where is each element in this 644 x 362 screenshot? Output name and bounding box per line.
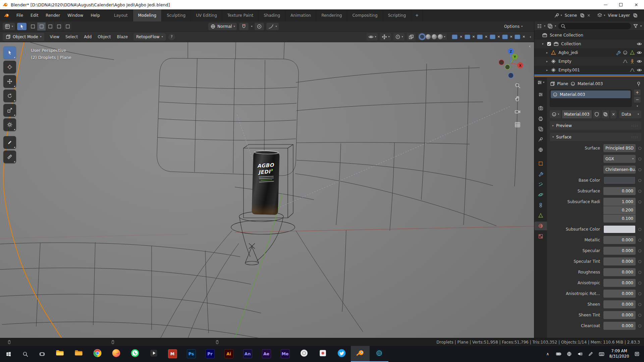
mode-dropdown[interactable]: Object Mode ▾ [3,33,44,41]
agbo-jedi-can[interactable]: AGBO JEDI❥ [252,151,279,215]
pan-hand-icon[interactable] [513,94,522,103]
disclosure-icon[interactable]: ▾ [541,42,545,46]
prop-value-slider[interactable]: 0.000 [603,300,636,308]
workspace-tab-scripting[interactable]: Scripting [383,9,411,21]
shading-rendered-button[interactable] [438,34,443,39]
taskbar-app-m-app[interactable]: M [163,346,182,362]
outliner-display-mode-icon[interactable] [537,23,542,29]
pin-icon[interactable] [636,81,641,86]
retopoflow-dropdown[interactable]: RetopoFlow▾ [133,33,166,41]
shading-dropdown[interactable]: ▾ [444,36,445,38]
properties-tab-particles[interactable] [535,180,546,189]
prop-color-swatch[interactable] [603,225,636,233]
taskbar-app-globe-app[interactable] [370,346,388,362]
duplicate-material-icon[interactable] [602,110,609,118]
menu-render[interactable]: Render [42,9,64,21]
tool-move[interactable] [3,75,16,88]
outliner-search-input[interactable] [558,23,631,29]
tool-tweak-select[interactable] [3,46,16,59]
minimize-button[interactable] [598,0,613,9]
new-view-layer-icon[interactable] [633,13,638,18]
notification-center-button[interactable] [632,346,642,362]
prop-value-slider[interactable]: 0.000 [603,279,636,287]
viewport-menu-view[interactable]: View [47,35,62,39]
eye-icon[interactable] [637,41,642,47]
collapse-sidebar-icon[interactable]: ‹ [529,44,531,49]
decorator-dot[interactable] [638,271,641,274]
menu-file[interactable]: File [13,9,27,21]
prop-button[interactable]: Principled BSD [603,144,636,152]
properties-tab-object[interactable] [535,159,546,168]
addon-toggle[interactable] [502,35,508,39]
decorator-dot[interactable] [638,324,641,327]
taskbar-app-illustrator[interactable]: Ai [219,346,238,362]
perspective-toggle-icon[interactable] [513,120,522,129]
material-slot-selected[interactable]: Material.003 [551,90,631,98]
addon-toggle[interactable] [515,35,520,39]
workspace-tab-layout[interactable]: Layout [109,9,133,21]
properties-editor-selector[interactable]: ▾ [537,80,544,85]
active-tool-indicator[interactable] [17,23,26,30]
taskbar-app-after-effects[interactable]: Ae [257,346,276,362]
start-button[interactable] [0,346,17,362]
taskbar-app-folder[interactable] [69,346,88,362]
taskbar-app-disc-app[interactable] [294,346,313,362]
properties-tab-view-layer[interactable] [535,125,546,133]
tool-scale[interactable] [3,104,16,117]
maximize-button[interactable] [613,0,629,9]
select-mode-lasso[interactable] [55,22,63,31]
taskbar-app-animate[interactable]: An [238,346,257,362]
options-dropdown[interactable]: Options▾ [504,24,523,29]
overlays-dropdown[interactable]: ▾ [393,33,405,41]
properties-tab-physics[interactable] [535,190,546,199]
prop-value-slider[interactable]: 0.200 [603,206,636,214]
taskbar-app-media-player[interactable] [144,346,163,362]
unlink-scene-icon[interactable]: × [587,13,590,18]
disclosure-icon[interactable]: ▸ [545,60,549,63]
add-workspace-button[interactable]: + [411,9,423,21]
breadcrumb-object[interactable]: Plane [557,81,568,86]
help-icon[interactable]: ? [168,34,175,40]
workspace-tab-texture-paint[interactable]: Texture Paint [222,9,259,21]
properties-tab-texture[interactable] [535,232,546,241]
addon-toggle[interactable] [465,35,470,39]
prop-value-slider[interactable]: 0.000 [603,311,636,319]
addon-toggle[interactable] [490,35,495,39]
properties-tab-scene[interactable] [535,135,546,144]
disclosure-icon[interactable]: ▸ [545,68,549,72]
properties-tab-modifiers[interactable] [535,170,546,178]
disclosure-icon[interactable]: ▸ [545,51,549,54]
snap-toggle[interactable] [239,23,249,30]
shading-solid-button[interactable] [426,34,431,39]
taskbar-app-firefox[interactable] [107,346,125,362]
falloff-dropdown[interactable]: ▾ [266,23,279,30]
taskbar-app-twitter[interactable] [332,346,351,362]
close-button[interactable]: ✕ [629,0,644,9]
decorator-dot[interactable] [638,249,641,252]
taskbar-app-whatsapp[interactable] [125,346,144,362]
prop-value-slider[interactable]: 0.000 [603,322,636,330]
taskbar-search-button[interactable] [17,346,34,362]
decorator-dot[interactable] [638,168,641,171]
gizmos-dropdown[interactable]: ▾ [380,33,391,41]
viewport-menu-add[interactable]: Add [81,35,95,39]
remove-slot-button[interactable]: − [634,97,641,103]
outliner-row-empty-001[interactable]: ▸Empty.001 [534,66,644,74]
taskbar-app-chrome[interactable] [88,346,107,362]
prop-value-slider[interactable]: 0.000 [603,268,636,276]
prop-value-slider[interactable]: 0.100 [603,215,636,223]
browse-material-button[interactable]: ▾ [550,110,561,118]
decorator-dot[interactable] [638,200,641,203]
properties-tab-material[interactable] [534,222,547,230]
prop-value-slider[interactable]: 0.000 [603,236,636,244]
shading-material-button[interactable] [432,34,437,39]
prop-dropdown[interactable]: Christensen-Bu...▾ [603,166,636,174]
taskbar-app-premiere[interactable]: Pr [201,346,219,362]
filter-icon[interactable] [633,23,638,29]
properties-tab-tool[interactable] [535,90,546,99]
tool-annotate[interactable] [3,136,16,149]
properties-tab-constraints[interactable] [535,201,546,209]
prop-value-slider[interactable]: 0.000 [603,187,636,195]
taskbar-clock[interactable]: 7:09 AM 8/31/2020 [607,349,631,359]
gizmo-z-negative[interactable] [508,73,514,78]
